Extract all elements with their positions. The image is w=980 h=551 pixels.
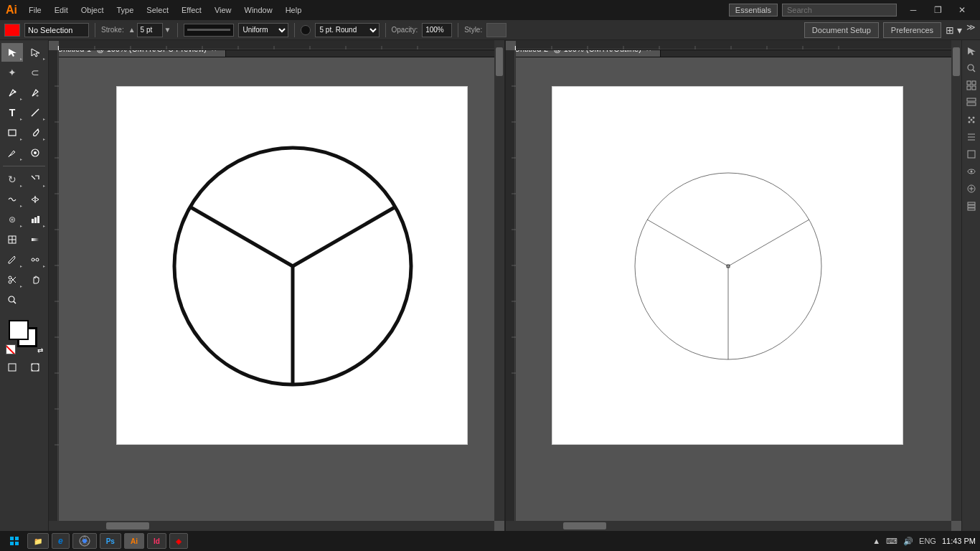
mesh-tool-button[interactable]: [1, 230, 23, 249]
gradient-tool-button[interactable]: [24, 230, 46, 249]
taskbar-lang-label[interactable]: ENG: [919, 537, 936, 545]
menu-help[interactable]: Help: [281, 4, 306, 16]
menu-edit[interactable]: Edit: [50, 4, 72, 16]
svg-point-92: [968, 121, 970, 123]
right-cards-icon[interactable]: [963, 95, 979, 110]
graph-tool-button[interactable]: ▸: [24, 210, 46, 229]
taskbar-indesign[interactable]: Id: [147, 533, 166, 549]
left-toolbar: ▸ ▸ ✦ ⊂: [0, 40, 49, 531]
magic-wand-tool-button[interactable]: ✦: [1, 63, 23, 82]
right-box-icon[interactable]: [963, 146, 979, 162]
svg-rect-5: [9, 130, 16, 136]
menu-object[interactable]: Object: [77, 4, 108, 16]
draw-mode-button[interactable]: [1, 358, 23, 377]
scrollbar-v-thumb-1[interactable]: [496, 47, 503, 76]
taskbar-ie[interactable]: e: [52, 533, 70, 549]
hand-tool-button[interactable]: [24, 270, 46, 289]
svg-line-25: [14, 301, 16, 303]
taskbar-volume-icon[interactable]: 🔊: [903, 537, 913, 546]
stroke-value[interactable]: 5 pt: [137, 23, 163, 37]
screen-mode-button[interactable]: [24, 358, 46, 377]
tool-row-mesh: [1, 230, 47, 249]
right-grid-icon[interactable]: [963, 77, 979, 93]
right-zoom-icon[interactable]: [963, 60, 979, 76]
scale-tool-button[interactable]: ▸: [24, 170, 46, 189]
scrollbar-v-thumb-2[interactable]: [953, 47, 960, 76]
add-anchor-tool-button[interactable]: +: [24, 83, 46, 102]
type-tool-button[interactable]: T ▸: [1, 103, 23, 122]
rotate-tool-button[interactable]: ↻ ▸: [1, 170, 23, 189]
extra-options-icon[interactable]: ≫: [966, 22, 976, 38]
menu-effect[interactable]: Effect: [177, 4, 206, 16]
svg-rect-110: [15, 542, 19, 545]
stroke-style-select[interactable]: 5 pt. Round: [315, 23, 380, 37]
essentials-button[interactable]: Essentials: [729, 4, 778, 17]
document-setup-button[interactable]: Document Setup: [804, 22, 879, 38]
stroke-type-select[interactable]: Uniform: [238, 23, 288, 37]
none-icon[interactable]: [6, 344, 16, 354]
fill-color-swatch[interactable]: [4, 24, 20, 37]
right-dots-icon[interactable]: [963, 112, 979, 128]
zoom-tool-button[interactable]: [1, 291, 23, 309]
warp-tool-button[interactable]: ▸: [1, 190, 23, 209]
taskbar-illustrator[interactable]: Ai: [124, 533, 144, 549]
scissors-tool-button[interactable]: ▸: [1, 270, 23, 289]
taskbar-explorer[interactable]: 📁: [27, 533, 49, 549]
blob-brush-tool-button[interactable]: [24, 143, 46, 162]
taskbar-app7[interactable]: ◈: [169, 533, 188, 549]
svg-rect-88: [967, 98, 976, 101]
lasso-icon: ⊂: [31, 67, 39, 78]
lasso-tool-button[interactable]: ⊂: [24, 63, 46, 82]
restore-button[interactable]: ❐: [925, 0, 950, 20]
scrollbar-v-2[interactable]: [951, 40, 961, 521]
swap-colors-icon[interactable]: ⇄: [37, 347, 43, 354]
right-stack-icon[interactable]: [963, 198, 979, 214]
taskbar-photoshop[interactable]: Ps: [100, 533, 121, 549]
scrollbar-h-thumb-2[interactable]: [563, 522, 606, 529]
menu-window[interactable]: Window: [240, 4, 277, 16]
search-input[interactable]: [782, 4, 897, 17]
close-button[interactable]: ✕: [950, 0, 974, 20]
preferences-button[interactable]: Preferences: [883, 22, 941, 38]
symbol-tool-button[interactable]: ⊛ ▸: [1, 210, 23, 229]
eyedropper-tool-button[interactable]: ▸: [1, 250, 23, 269]
line-tool-button[interactable]: ▸: [24, 103, 46, 122]
right-select-icon[interactable]: [963, 43, 979, 59]
scrollbar-v-1[interactable]: [494, 40, 504, 521]
rect-tool-button[interactable]: ▸: [1, 123, 23, 142]
menu-view[interactable]: View: [210, 4, 236, 16]
style-label: Style:: [464, 26, 482, 34]
start-button[interactable]: [4, 533, 24, 549]
opacity-value[interactable]: 100%: [422, 23, 452, 37]
width-tool-button[interactable]: [24, 190, 46, 209]
paintbrush-tool-button[interactable]: ▸: [24, 123, 46, 142]
taskbar-keyboard-icon[interactable]: ⌨: [886, 537, 897, 546]
right-eye-icon[interactable]: [963, 164, 979, 179]
fill-swatch[interactable]: [9, 320, 29, 340]
right-adjust-icon[interactable]: [963, 181, 979, 197]
scrollbar-h-thumb-1[interactable]: [106, 522, 149, 529]
scrollbar-h-2[interactable]: [506, 521, 951, 531]
blend-tool-button[interactable]: ▸: [24, 250, 46, 269]
arrange-icon[interactable]: ⊞ ▾: [946, 22, 962, 38]
svg-rect-104: [968, 202, 975, 204]
direct-selection-tool-button[interactable]: ▸: [24, 43, 46, 62]
spacer: [1, 311, 47, 314]
minimize-button[interactable]: ─: [901, 0, 925, 20]
svg-line-54: [293, 207, 395, 266]
stroke-line-preview[interactable]: [184, 24, 234, 37]
stroke-down-arrow[interactable]: ▼: [164, 26, 171, 34]
pencil-tool-button[interactable]: ▸: [1, 143, 23, 162]
divider-2: [177, 23, 178, 37]
menu-select[interactable]: Select: [142, 4, 173, 16]
pen-tool-button[interactable]: ▸: [1, 83, 23, 102]
menu-file[interactable]: File: [24, 4, 46, 16]
menu-type[interactable]: Type: [113, 4, 138, 16]
style-value[interactable]: [486, 23, 507, 37]
stroke-up-arrow[interactable]: ▲: [128, 26, 136, 34]
taskbar-chrome[interactable]: [72, 533, 97, 549]
scrollbar-h-1[interactable]: [49, 521, 494, 531]
taskbar-notification-icon[interactable]: ▲: [872, 537, 880, 545]
right-list-icon[interactable]: [963, 129, 979, 145]
selection-tool-button[interactable]: ▸: [1, 43, 23, 62]
